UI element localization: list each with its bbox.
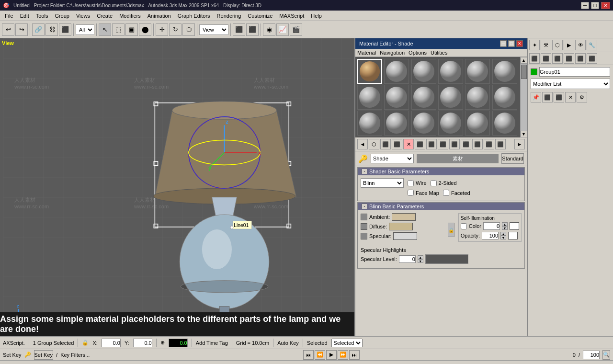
hierarchy-tab[interactable]: ⬡	[552, 40, 563, 50]
spec-level-spin-up[interactable]: ▲	[418, 255, 423, 259]
menu-edit[interactable]: Edit	[17, 12, 32, 20]
object-color-indicator[interactable]	[531, 68, 537, 75]
play-btn[interactable]: ▶	[326, 350, 337, 360]
scroll-up-arrow[interactable]: ▲	[521, 57, 527, 64]
selected-dropdown[interactable]: Selected	[331, 339, 363, 347]
material-slot-12[interactable]	[492, 85, 517, 110]
mat-reset[interactable]: ✕	[403, 139, 414, 149]
rotate-button[interactable]: ↻	[169, 23, 182, 36]
create-panel-tab[interactable]: ✦	[529, 40, 540, 50]
show-end-result-btn[interactable]: ⬛	[542, 92, 553, 102]
make-unique-btn[interactable]: ⬛	[554, 92, 564, 102]
mat-editor-maximize[interactable]: □	[508, 40, 515, 47]
standard-button[interactable]: Standard	[501, 153, 524, 164]
facemap-checkbox[interactable]	[408, 190, 414, 196]
mat-editor-minimize[interactable]: ─	[500, 40, 507, 47]
mat-menu-options[interactable]: Options	[409, 50, 427, 56]
two-sided-checkbox[interactable]	[431, 180, 437, 186]
menu-create[interactable]: Create	[94, 12, 115, 20]
material-slot-11[interactable]	[465, 85, 490, 110]
faceted-checkbox[interactable]	[443, 190, 449, 196]
configure-btn[interactable]: ⚙	[577, 92, 587, 102]
mat-menu-navigation[interactable]: Navigation	[380, 50, 405, 56]
shade-type-select[interactable]: Shade Flat Gouraud	[371, 154, 414, 163]
advanced-lighting-btn[interactable]: ⬛	[575, 53, 586, 64]
redo-button[interactable]: ↪	[15, 23, 28, 36]
utilities-tab[interactable]: 🔧	[587, 40, 597, 50]
self-illum-spin-up[interactable]: ▲	[502, 222, 508, 226]
go-to-end-btn[interactable]: ⏭	[349, 350, 360, 360]
material-slot-7[interactable]	[357, 85, 382, 110]
material-slot-16[interactable]	[438, 111, 463, 136]
render-settings-btn[interactable]: ⬛	[529, 53, 540, 64]
select-move-button[interactable]: ✛	[156, 23, 168, 36]
environment-btn[interactable]: ⬛	[541, 53, 551, 64]
self-illum-spin-down[interactable]: ▼	[502, 226, 508, 230]
material-slot-15[interactable]	[411, 111, 436, 136]
material-slot-3[interactable]	[411, 59, 436, 84]
specular-color-button[interactable]	[361, 233, 367, 239]
mirror-button[interactable]: ⬛	[233, 23, 245, 36]
pin-stack-btn[interactable]: 📌	[531, 92, 541, 102]
material-slot-2[interactable]	[384, 59, 409, 84]
material-slot-17[interactable]	[465, 111, 490, 136]
render-button[interactable]: 🎬	[290, 23, 302, 36]
material-slot-14[interactable]	[384, 111, 409, 136]
material-slot-18[interactable]	[492, 111, 517, 136]
motion-tab[interactable]: ▶	[564, 40, 574, 50]
spec-level-value[interactable]	[399, 255, 416, 263]
spheres-scrollbar[interactable]: ▲ ▼	[520, 57, 527, 137]
self-illum-color-swatch[interactable]	[510, 222, 519, 230]
raytracer-btn[interactable]: ⬛	[564, 53, 574, 64]
region-select-button[interactable]: ⬚	[112, 23, 125, 36]
set-key-button[interactable]: Set Key	[34, 350, 54, 360]
mat-nav-forward[interactable]: ⬛	[495, 139, 506, 149]
mat-show-map[interactable]: ⬛	[438, 139, 448, 149]
y-input[interactable]	[133, 339, 152, 347]
self-illum-value[interactable]	[483, 222, 500, 230]
shader-type-dropdown[interactable]: Blinn Phong Metal	[361, 178, 404, 188]
material-slot-6[interactable]	[492, 59, 517, 84]
nav-x-input[interactable]	[169, 339, 188, 347]
opacity-swatch[interactable]	[508, 232, 518, 239]
mat-show-std[interactable]: ⬛	[449, 139, 460, 149]
self-illum-color-checkbox[interactable]	[461, 223, 467, 229]
menu-graph-editors[interactable]: Graph Editors	[175, 12, 213, 20]
render-to-texture-btn[interactable]: ⬛	[587, 53, 597, 64]
scroll-thumb[interactable]	[521, 65, 527, 79]
effects-btn[interactable]: ⬛	[552, 53, 563, 64]
select-button[interactable]: ↖	[99, 23, 111, 36]
mat-nav-parent[interactable]: ⬛	[484, 139, 494, 149]
mat-number[interactable]: ⬛	[426, 139, 437, 149]
remove-modifier-btn[interactable]: ✕	[565, 92, 576, 102]
lock-button[interactable]: 🔒	[448, 223, 454, 237]
next-frame-btn[interactable]: ⏩	[338, 350, 348, 360]
mat-bg[interactable]: ⬛	[461, 139, 471, 149]
ambient-color-button[interactable]	[361, 214, 367, 220]
opacity-spin-down[interactable]: ▼	[500, 236, 506, 239]
menu-customize[interactable]: Customize	[245, 12, 275, 20]
maximize-button[interactable]: □	[591, 2, 599, 9]
specular-swatch[interactable]	[393, 232, 417, 240]
menu-group[interactable]: Group	[52, 12, 72, 20]
blinn-basic-params-header[interactable]: - Blinn Basic Parameters	[358, 203, 524, 210]
menu-animation[interactable]: Animation	[145, 12, 174, 20]
menu-help[interactable]: Help	[308, 12, 325, 20]
material-slot-4[interactable]	[438, 59, 463, 84]
mat-editor-close[interactable]: ✕	[516, 40, 523, 47]
diffuse-color-button[interactable]	[361, 223, 367, 230]
diffuse-swatch[interactable]	[389, 223, 413, 230]
mat-get-material[interactable]: ⬡	[369, 139, 379, 149]
shader-material-name[interactable]: 素材	[417, 154, 499, 163]
view-select[interactable]: View Screen World	[199, 24, 228, 35]
filter-select[interactable]: All	[76, 24, 94, 35]
material-slot-10[interactable]	[438, 85, 463, 110]
mat-copy[interactable]: ⬛	[415, 139, 425, 149]
mat-backlight[interactable]: ⬛	[472, 139, 483, 149]
material-slot-1[interactable]	[357, 59, 382, 84]
menu-modifiers[interactable]: Modifiers	[116, 12, 144, 20]
minimize-button[interactable]: ─	[581, 2, 590, 9]
blinn-collapse-button[interactable]: -	[362, 204, 367, 209]
material-slot-5[interactable]	[465, 59, 490, 84]
object-name-input[interactable]	[539, 67, 610, 77]
